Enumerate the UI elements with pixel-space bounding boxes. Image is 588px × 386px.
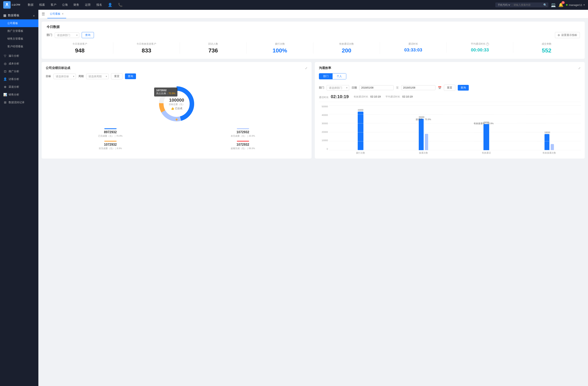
target-select[interactable]: 请选择目标	[54, 74, 76, 79]
stat-revisit: 回访人数 736	[180, 42, 247, 54]
efficiency-tab-dept[interactable]: 部门	[319, 74, 333, 79]
dept-select-wrapper: 请选择部门	[55, 32, 79, 38]
sidebar-item-promo-label: 推广分析	[9, 70, 19, 73]
efficiency-date-from[interactable]	[359, 85, 394, 90]
stat-avg-duration-value: 00:00:33	[450, 47, 510, 53]
efficiency-expand-icon[interactable]: ⤢	[578, 66, 581, 70]
sidebar-header-left: ▦ 数据看板	[3, 14, 20, 17]
nav-signup[interactable]: 报名	[96, 3, 102, 7]
sidebar-item-sales-board[interactable]: 销售主管看板	[0, 35, 38, 43]
nav-finance[interactable]: 财务	[74, 3, 79, 7]
target-select-wrapper: 请选择目标	[54, 74, 76, 79]
uncompleted-bar	[237, 128, 249, 129]
y-label-20000: 20000	[322, 131, 328, 133]
y-axis: 50000 40000 30000 20000 10000 0	[319, 105, 329, 150]
sidebar: ▦ 数据看板 ▲ 公司看板 推广主管看板 销售主管看板 客户经理看板 ▽ 漏斗分…	[0, 10, 38, 386]
sidebar-item-promo-board[interactable]: 推广主管看板	[0, 27, 38, 35]
effective-call-duration-label: 有效通话时长	[354, 95, 368, 98]
sidebar-item-visitor[interactable]: 👤 访客分析	[0, 75, 38, 83]
bar-connected-main	[419, 119, 424, 150]
search-type-select[interactable]: 手机号码	[497, 3, 511, 6]
hamburger-menu[interactable]: ☰	[42, 12, 45, 16]
nav-customers[interactable]: 客户	[51, 3, 56, 7]
stat-effective-calls: 有效通话次数 200	[314, 42, 380, 54]
effective-call-duration-value: 02:10:19	[370, 95, 381, 98]
target-reset-button[interactable]: 重置	[111, 73, 123, 79]
nav-sea[interactable]: 公海	[62, 3, 68, 7]
today-data-title: 今日数据	[46, 25, 580, 29]
search-input[interactable]	[513, 3, 542, 6]
dept-select[interactable]: 请选择部门	[55, 32, 79, 38]
efficiency-date-to[interactable]	[401, 85, 436, 90]
stat-effective-calls-label: 有效通话次数	[317, 42, 377, 46]
nav-person-icon[interactable]: 👤	[108, 3, 112, 7]
efficiency-panel-title: 沟通效率	[319, 66, 331, 70]
efficiency-reset-button[interactable]: 重置	[444, 85, 455, 91]
nav-leads[interactable]: 线索	[39, 3, 45, 7]
promo-icon: ⊡	[3, 70, 7, 73]
device-icon[interactable]: 💻	[551, 2, 556, 7]
today-query-button[interactable]: 查询	[82, 32, 94, 38]
sidebar-item-funnel[interactable]: ▽ 漏斗分析	[0, 52, 38, 60]
sidebar-item-flow[interactable]: ⊞ 数据流转记录	[0, 98, 38, 106]
sidebar-item-company-board[interactable]: 公司看板	[0, 19, 38, 27]
sidebar-collapse-arrow[interactable]: ▲	[33, 14, 35, 17]
donut-total-value: 100000	[169, 97, 185, 103]
avg-duration-info-icon[interactable]: ?	[486, 43, 489, 45]
efficiency-dept-select[interactable]: 请选择部门	[327, 85, 349, 91]
notification-icon[interactable]: 🔔 5	[558, 2, 564, 7]
tab-bar: ☰ 公司看板 ✕	[38, 10, 588, 18]
x-label-effective: 有效通话	[455, 151, 518, 154]
main-content: ☰ 公司看板 ✕ 今日数据 部门 请选择部门	[38, 10, 588, 386]
tooltip-rate-value: 70.9%	[168, 92, 175, 95]
tab-company-board[interactable]: 公司看板 ✕	[47, 10, 66, 18]
sidebar-item-channel[interactable]: ⊕ 渠道分析	[0, 83, 38, 91]
rate-label-2-text: 有效接通率：70.9%	[474, 122, 493, 125]
nav-data[interactable]: 数据	[28, 3, 34, 7]
sidebar-item-cost[interactable]: ◎ 成本分析	[0, 60, 38, 68]
tab-close-icon[interactable]: ✕	[62, 12, 64, 15]
user-dropdown-arrow[interactable]: ▾	[584, 3, 585, 6]
total-call-duration-label: 通话时长	[319, 96, 329, 99]
sidebar-header-dashboard[interactable]: ▦ 数据看板 ▲	[0, 11, 38, 19]
period-select[interactable]: 请选择周期	[86, 74, 109, 79]
flow-icon: ⊞	[3, 101, 7, 104]
time-stats: 通话时长 02:10:19 有效通话时长 02:10:19 平均通话时长 02:…	[319, 94, 581, 102]
user-info[interactable]: manager11 ▾	[566, 3, 585, 6]
search-button[interactable]: 🔍	[543, 3, 547, 6]
y-label-50000: 50000	[322, 105, 328, 108]
sidebar-item-promo[interactable]: ⊡ 推广分析	[0, 68, 38, 75]
y-label-0: 0	[327, 148, 328, 150]
sidebar-item-funnel-label: 漏斗分析	[9, 54, 19, 58]
date-divider: 至	[396, 86, 399, 90]
bar-group-connected: 接通率：70.9% 35000	[392, 105, 455, 150]
should-desc: 应完成量（元）｜8.9%	[46, 147, 175, 150]
sidebar-item-manager-board[interactable]: 客户经理看板	[0, 43, 38, 50]
target-expand-icon[interactable]: ⤢	[305, 66, 308, 70]
top-navigation: 云朵CRM 数据 线索 客户 公海 财务 运营 报名 👤 📞 手机号码 🔍 💻 …	[0, 0, 588, 10]
stat-deals-value: 552	[517, 47, 577, 54]
svg-point-5	[176, 118, 178, 121]
stat-first-consult-value: 948	[50, 47, 110, 54]
logo: 云朵CRM	[3, 1, 23, 9]
rate-label-2: 有效接通率：70.9%	[474, 122, 493, 125]
bar-dial	[358, 112, 363, 150]
tooltip-value: 1072932	[156, 89, 175, 92]
nav-operations[interactable]: 运营	[85, 3, 91, 7]
calendar-icon[interactable]: 📅	[438, 86, 441, 89]
visitor-icon: 👤	[3, 77, 7, 81]
completed-value: 8972932	[46, 130, 175, 134]
bar-chart-with-y: 50000 40000 30000 20000 10000 0	[319, 105, 581, 150]
sidebar-item-sales[interactable]: 📊 销售分析	[0, 91, 38, 98]
efficiency-query-button[interactable]: 查询	[458, 85, 469, 91]
efficiency-panel-header: 沟通效率 ⤢	[319, 66, 581, 70]
donut-total-label: 目标总量（元）	[169, 103, 185, 106]
target-query-button[interactable]: 查询	[125, 74, 136, 79]
nav-phone-icon[interactable]: 📞	[118, 3, 123, 7]
efficiency-tab-person[interactable]: 个人	[333, 74, 346, 79]
bar-effective-connect-main-wrap: 18000	[545, 131, 550, 150]
sidebar-section-title: 数据看板	[8, 14, 20, 17]
settings-button[interactable]: ⚙ 设置显示指标	[555, 32, 580, 38]
x-label-effective-connect: 有效接通次数	[518, 151, 581, 154]
rate-label-1: 接通率：70.9%	[416, 117, 431, 121]
